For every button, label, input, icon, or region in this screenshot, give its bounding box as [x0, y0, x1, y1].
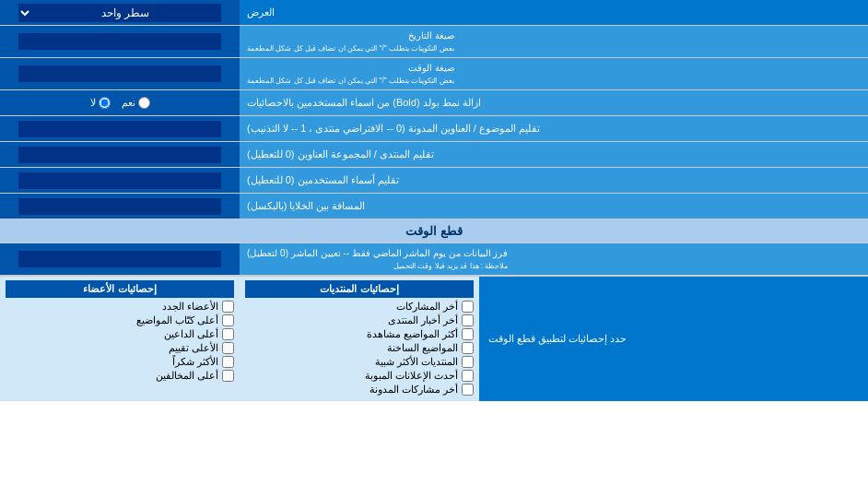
- member-stats-col: إحصائيات الأعضاء الأعضاء الجدد أعلى كتّا…: [0, 277, 240, 401]
- checkbox-top-rated[interactable]: [222, 342, 234, 354]
- radio-yes-label[interactable]: نعم: [122, 97, 150, 109]
- checkbox-top-callers[interactable]: [222, 328, 234, 340]
- checkbox-row: أعلى كتّاب المواضيع: [6, 314, 234, 326]
- header-row: العرض سطر واحد سطران ثلاثة أسطر: [0, 0, 868, 26]
- time-cut-input[interactable]: 0: [18, 251, 221, 267]
- time-cut-input-cell: 0: [0, 243, 240, 275]
- checkbox-most-thanks[interactable]: [222, 356, 234, 368]
- remove-bold-radio-cell: نعم لا: [0, 90, 240, 115]
- date-format-input[interactable]: d-m: [18, 33, 221, 50]
- time-cut-label: فرز البيانات من يوم الماشر الماضي فقط --…: [240, 243, 868, 275]
- remove-bold-row: ازالة نمط بولد (Bold) من اسماء المستخدمي…: [0, 90, 868, 116]
- apply-label-cell: حدد إحصائيات لتطبيق قطع الوقت: [479, 277, 868, 401]
- checkbox-blog-posts[interactable]: [462, 384, 474, 396]
- checkbox-hot-topics[interactable]: [462, 342, 474, 354]
- date-format-input-cell: d-m: [0, 26, 240, 57]
- checkbox-row: الأعلى تقييم: [6, 342, 234, 354]
- col1-header: إحصائيات المنتديات: [245, 280, 474, 298]
- cell-spacing-row: المسافة بين الخلايا (بالبكسل) 2: [0, 194, 868, 219]
- cell-spacing-input-cell: 2: [0, 194, 240, 219]
- trim-users-label: تقليم أسماء المستخدمين (0 للتعطيل): [240, 168, 868, 193]
- remove-bold-label: ازالة نمط بولد (Bold) من اسماء المستخدمي…: [240, 90, 868, 115]
- date-format-row: صيغة التاريخبعض التكوينات يتطلب "/" التي…: [0, 26, 868, 58]
- trim-forum-input[interactable]: 33: [18, 147, 221, 163]
- radio-no[interactable]: [99, 97, 111, 109]
- checkbox-most-viewed[interactable]: [462, 328, 474, 340]
- col2-header: إحصائيات الأعضاء: [6, 280, 234, 298]
- time-format-row: صيغة الوقتبعض التكوينات يتطلب "/" التي ي…: [0, 58, 868, 90]
- time-format-input-cell: H:i: [0, 58, 240, 89]
- cell-spacing-input[interactable]: 2: [18, 198, 221, 215]
- checkbox-row: أخر المشاركات: [245, 301, 474, 313]
- checkbox-row: أخر أخبار المنتدى: [245, 314, 474, 326]
- checkbox-row: الأكثر شكراً: [6, 356, 234, 368]
- trim-users-row: تقليم أسماء المستخدمين (0 للتعطيل) 0: [0, 168, 868, 194]
- checkbox-top-writers[interactable]: [222, 314, 234, 326]
- lines-select[interactable]: سطر واحد سطران ثلاثة أسطر: [18, 4, 221, 22]
- time-format-input[interactable]: H:i: [18, 65, 221, 82]
- checkbox-row: أعلى المخالفين: [6, 370, 234, 382]
- checkbox-forum-news[interactable]: [462, 314, 474, 326]
- main-container: العرض سطر واحد سطران ثلاثة أسطر صيغة الت…: [0, 0, 868, 401]
- checkbox-latest-posts[interactable]: [462, 301, 474, 313]
- radio-yes[interactable]: [138, 97, 150, 109]
- checkbox-row: المنتديات الأكثر شبية: [245, 356, 474, 368]
- trim-subject-input-cell: 33: [0, 116, 240, 141]
- trim-users-input-cell: 0: [0, 168, 240, 193]
- time-format-label: صيغة الوقتبعض التكوينات يتطلب "/" التي ي…: [240, 58, 868, 89]
- checkbox-new-members[interactable]: [222, 301, 234, 313]
- header-select-cell: سطر واحد سطران ثلاثة أسطر: [0, 0, 240, 25]
- checkboxes-section: حدد إحصائيات لتطبيق قطع الوقت إحصائيات ا…: [0, 276, 868, 401]
- trim-subject-input[interactable]: 33: [18, 121, 221, 137]
- checkbox-row: المواضيع الساخنة: [245, 342, 474, 354]
- checkbox-announcements[interactable]: [462, 370, 474, 382]
- trim-subject-label: تقليم الموضوع / العناوين المدونة (0 -- ا…: [240, 116, 868, 141]
- trim-forum-label: تقليم المنتدى / المجموعة العناوين (0 للت…: [240, 142, 868, 167]
- trim-forum-input-cell: 33: [0, 142, 240, 167]
- checkbox-row: أكثر المواضيع مشاهدة: [245, 328, 474, 340]
- header-label: العرض: [240, 0, 868, 25]
- forum-stats-col: إحصائيات المنتديات أخر المشاركات أخر أخب…: [240, 277, 479, 401]
- checkbox-row: أحدث الإعلانات المبوبة: [245, 370, 474, 382]
- date-format-label: صيغة التاريخبعض التكوينات يتطلب "/" التي…: [240, 26, 868, 57]
- cell-spacing-label: المسافة بين الخلايا (بالبكسل): [240, 194, 868, 219]
- checkbox-most-like[interactable]: [462, 356, 474, 368]
- checkboxes-grid: إحصائيات المنتديات أخر المشاركات أخر أخب…: [0, 277, 479, 401]
- trim-subject-row: تقليم الموضوع / العناوين المدونة (0 -- ا…: [0, 116, 868, 142]
- checkbox-row: الأعضاء الجدد: [6, 301, 234, 313]
- trim-forum-row: تقليم المنتدى / المجموعة العناوين (0 للت…: [0, 142, 868, 168]
- checkbox-top-violators[interactable]: [222, 370, 234, 382]
- trim-users-input[interactable]: 0: [18, 172, 221, 189]
- time-cut-row: فرز البيانات من يوم الماشر الماضي فقط --…: [0, 243, 868, 276]
- time-cut-header: قطع الوقت: [0, 219, 868, 243]
- checkbox-row: أخر مشاركات المدونة: [245, 384, 474, 396]
- radio-no-label[interactable]: لا: [90, 97, 111, 109]
- checkbox-row: أعلى الداعين: [6, 328, 234, 340]
